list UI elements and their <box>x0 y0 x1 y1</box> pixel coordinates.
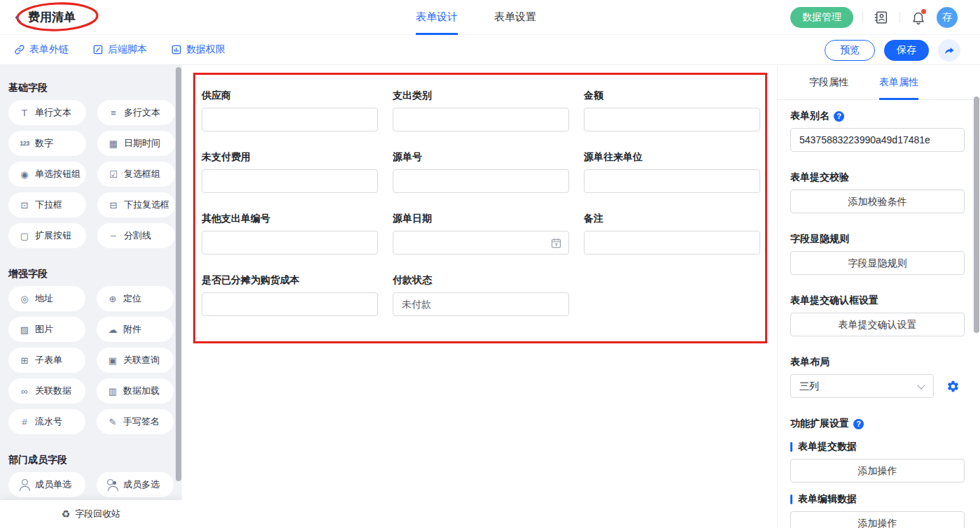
field-type-label: 单选按钮组 <box>35 168 80 180</box>
share-button[interactable] <box>938 39 960 62</box>
form-field[interactable]: 支出类别 <box>393 88 569 131</box>
form-field[interactable]: 是否已分摊为购货成本 <box>202 273 378 316</box>
field-recycle-bin-button[interactable]: ♻ 字段回收站 <box>0 500 182 528</box>
form-alias-input[interactable]: 54375883223990a49d17481e <box>790 128 965 152</box>
form-field[interactable]: 源单号 <box>393 150 569 193</box>
linked-query-icon: ▣ <box>106 355 120 366</box>
add-edit-action-button[interactable]: 添加操作 <box>790 511 965 528</box>
save-button[interactable]: 保存 <box>884 40 929 61</box>
sidebar-item-dropdown[interactable]: ⊡ 下拉框 <box>8 192 86 217</box>
sidebar-item-datetime[interactable]: ▦ 日期时间 <box>97 131 175 156</box>
sidebar-item-linked-data[interactable]: ∞ 关联数据 <box>8 378 85 404</box>
sidebar-item-location[interactable]: ⊕ 定位 <box>97 286 174 311</box>
subform-icon: ⊞ <box>18 355 31 366</box>
field-input[interactable] <box>584 169 760 193</box>
share-arrow-icon <box>944 45 955 57</box>
external-link-button[interactable]: 表单外链 <box>14 43 69 56</box>
sidebar-section: 基础字段 T 单行文本 ≡ 多行文本 123 数字 ▦ 日期时间 ◉ 单选按钮组… <box>8 80 174 248</box>
field-input[interactable] <box>202 108 378 131</box>
field-label: 源单号 <box>393 150 569 164</box>
field-input[interactable] <box>202 169 378 193</box>
field-input[interactable]: 未付款 <box>393 292 569 316</box>
tab-form-settings[interactable]: 表单设置 <box>494 0 536 35</box>
field-input[interactable] <box>393 169 569 193</box>
field-label: 供应商 <box>202 88 378 102</box>
field-visibility-rules-button[interactable]: 字段显隐规则 <box>790 251 965 275</box>
field-input[interactable] <box>202 292 378 316</box>
tab-form-design[interactable]: 表单设计 <box>416 0 458 35</box>
recycle-label: 字段回收站 <box>75 508 120 520</box>
sidebar-item-member-multi[interactable]: 成员多选 <box>97 472 174 497</box>
field-type-label: 附件 <box>123 323 141 336</box>
divider <box>899 12 900 23</box>
sidebar-item-multi-line-text[interactable]: ≡ 多行文本 <box>97 100 175 125</box>
form-field[interactable]: 未支付费用 <box>202 150 378 193</box>
back-button[interactable] <box>11 10 27 25</box>
accent-bar <box>790 494 792 504</box>
tab-form-properties[interactable]: 表单属性 <box>879 65 918 100</box>
form-field[interactable]: 备注 <box>584 211 760 255</box>
backend-script-button[interactable]: 后端脚本 <box>92 43 147 56</box>
sidebar-item-single-line-text[interactable]: T 单行文本 <box>8 100 86 125</box>
form-field[interactable]: 源单往来单位 <box>584 150 760 193</box>
sidebar-item-multi-dropdown[interactable]: ⊟ 下拉复选框 <box>97 192 175 217</box>
form-field[interactable]: 付款状态 未付款 <box>393 273 569 316</box>
add-validation-button[interactable]: 添加校验条件 <box>790 190 965 213</box>
data-permission-button[interactable]: 数据权限 <box>171 43 225 56</box>
field-type-label: 成员多选 <box>123 478 160 491</box>
layout-settings-button[interactable] <box>941 374 965 398</box>
header-right-cluster: 数据管理 存 <box>790 7 958 28</box>
extension-settings-section: 功能扩展设置 ? 表单提交数据 添加操作 表单编辑数据 添加操作 <box>790 418 965 528</box>
toolbar-links: 表单外链 后端脚本 数据权限 <box>14 35 225 64</box>
field-type-label: 日期时间 <box>124 137 160 150</box>
sidebar-item-extend-button[interactable]: ▢ 扩展按钮 <box>8 223 86 248</box>
toolbar-actions: 预览 保存 <box>825 39 960 62</box>
sidebar-item-data-load[interactable]: ▥ 数据加载 <box>97 378 174 404</box>
sidebar-item-subform[interactable]: ⊞ 子表单 <box>8 348 85 373</box>
field-input[interactable] <box>584 108 760 131</box>
sidebar-item-linked-query[interactable]: ▣ 关联查询 <box>97 348 174 373</box>
user-avatar[interactable]: 存 <box>937 7 958 28</box>
field-label: 源单日期 <box>393 211 569 225</box>
sidebar-item-member-single[interactable]: 成员单选 <box>8 472 85 497</box>
form-field[interactable]: 源单日期 <box>393 211 569 255</box>
field-type-label: 子表单 <box>35 354 62 366</box>
layout-select[interactable]: 三列 <box>790 374 934 398</box>
form-field[interactable]: 其他支出单编号 <box>202 211 378 255</box>
data-manage-button[interactable]: 数据管理 <box>790 7 853 28</box>
field-type-label: 多行文本 <box>124 106 160 119</box>
sidebar-item-radio-group[interactable]: ◉ 单选按钮组 <box>8 162 86 187</box>
submit-validation-section: 表单提交校验 添加校验条件 <box>790 171 965 213</box>
field-visibility-section: 字段显隐规则 字段显隐规则 <box>790 233 965 275</box>
datetime-icon: ▦ <box>106 138 120 149</box>
notifications-button[interactable] <box>909 8 927 27</box>
sidebar-item-divider[interactable]: ╌ 分割线 <box>97 223 175 248</box>
field-type-label: 数字 <box>35 137 53 150</box>
sidebar-item-number[interactable]: 123 数字 <box>8 131 86 156</box>
contacts-button[interactable] <box>872 8 890 27</box>
help-icon[interactable]: ? <box>853 419 864 429</box>
tab-field-properties[interactable]: 字段属性 <box>809 65 848 100</box>
preview-button[interactable]: 预览 <box>825 40 875 61</box>
panel-scrollbar[interactable] <box>974 97 979 333</box>
form-field[interactable]: 供应商 <box>202 88 378 131</box>
sidebar-item-checkbox-group[interactable]: ☑ 复选框组 <box>97 162 175 187</box>
sidebar-item-image[interactable]: ▨ 图片 <box>8 317 85 342</box>
add-submit-action-button[interactable]: 添加操作 <box>790 459 965 483</box>
address-icon: ◎ <box>18 294 31 304</box>
field-input[interactable] <box>393 231 569 255</box>
help-icon[interactable]: ? <box>834 111 844 122</box>
submit-confirm-settings-button[interactable]: 表单提交确认设置 <box>790 313 965 336</box>
sidebar-section: 增强字段 ◎ 地址 ⊕ 定位 ▨ 图片 ☁ 附件 ⊞ 子表单 ▣ 关联查询 ∞ … <box>8 266 174 434</box>
field-input[interactable] <box>584 231 760 255</box>
sidebar-item-attachment[interactable]: ☁ 附件 <box>97 317 174 342</box>
sidebar-scrollbar[interactable] <box>176 67 181 481</box>
form-field[interactable]: 金额 <box>584 88 760 131</box>
form-toolbar: 表单外链 后端脚本 数据权限 预览 保存 <box>0 35 980 65</box>
sidebar-item-serial-number[interactable]: # 流水号 <box>8 409 85 434</box>
field-input[interactable] <box>393 108 569 131</box>
field-type-label: 流水号 <box>35 415 62 428</box>
field-input[interactable] <box>202 231 378 255</box>
sidebar-item-address[interactable]: ◎ 地址 <box>8 286 85 311</box>
sidebar-item-signature[interactable]: ✎ 手写签名 <box>97 409 174 434</box>
